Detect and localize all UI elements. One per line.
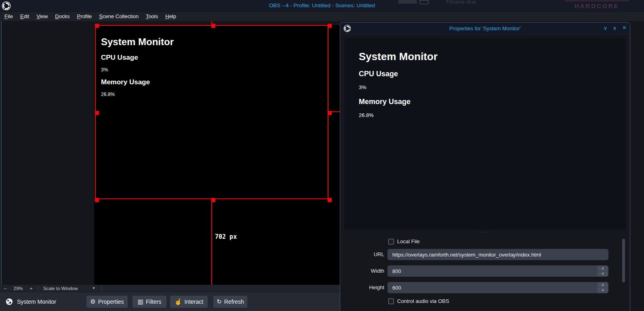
filters-button-label: Filters — [146, 298, 161, 305]
obs-main-window: OBS --4 - Profile: Untitled - Scenes: Un… — [0, 0, 644, 311]
menu-view[interactable]: View — [33, 13, 51, 20]
local-file-label[interactable]: Local File — [397, 238, 420, 244]
refresh-button-label: Refresh — [224, 298, 244, 305]
menu-scene-collection[interactable]: Scene Collection — [95, 13, 142, 20]
menu-tools[interactable]: Tools — [142, 13, 162, 20]
preview-cpu-value: 3% — [359, 84, 366, 90]
spinner-down-icon[interactable]: ∨ — [598, 288, 608, 293]
properties-window-title: Properties for 'System Monitor' — [340, 25, 630, 31]
url-input[interactable] — [387, 249, 608, 260]
zoom-in-button[interactable]: + — [26, 286, 36, 291]
width-input[interactable] — [387, 265, 608, 277]
ghost-folder-icon — [419, 0, 429, 4]
selection-right-guide-line — [328, 111, 340, 112]
source-selection-box[interactable] — [95, 25, 328, 199]
splitter-handle[interactable]: ······ — [340, 230, 630, 236]
zoom-out-button[interactable]: − — [0, 286, 11, 291]
menu-file[interactable]: File — [1, 13, 17, 20]
menu-edit[interactable]: Edit — [17, 13, 33, 20]
properties-window: Properties for 'System Monitor' ∨ ∧ × Sy… — [340, 22, 630, 311]
resize-handle-bottom-right[interactable] — [328, 198, 332, 202]
interact-button[interactable]: ☝ Interact — [170, 296, 208, 308]
preview-memory-value: 26.8% — [359, 112, 374, 118]
menu-docks[interactable]: Docks — [51, 13, 73, 20]
width-spinner: ∧ ∨ — [598, 266, 608, 276]
form-scrollbar[interactable] — [622, 239, 625, 282]
dock-float-chevron-down-icon[interactable]: ∨ — [602, 25, 609, 31]
filters-icon: ▥ — [138, 298, 143, 305]
browser-source-globe-icon — [6, 298, 13, 305]
titlebar: OBS --4 - Profile: Untitled - Scenes: Un… — [0, 0, 644, 12]
zoom-mode-select[interactable]: Scale to Window — [40, 286, 88, 291]
source-toolbar: System Monitor ⚙ Properties ▥ Filters ☝ … — [0, 292, 340, 311]
spinner-up-icon[interactable]: ∧ — [598, 266, 608, 271]
preview-memory-label: Memory Usage — [359, 98, 410, 106]
zoom-level: 29% — [11, 286, 26, 291]
refresh-button[interactable]: ↻ Refresh — [213, 296, 247, 308]
dock-chevron-up-icon[interactable]: ∧ — [611, 25, 618, 31]
close-icon[interactable]: × — [621, 24, 628, 31]
pointer-hand-icon: ☝ — [175, 298, 182, 305]
resize-handle-top-left[interactable] — [95, 24, 99, 28]
source-properties-preview: System Monitor CPU Usage 3% Memory Usage… — [344, 38, 626, 230]
selection-height-guide-line — [211, 199, 212, 285]
ghost-watermark-bar — [565, 0, 629, 2]
ghost-tab-artifact — [398, 0, 417, 4]
preview-cpu-label: CPU Usage — [359, 70, 398, 78]
chevron-down-icon[interactable]: ▼ — [88, 286, 100, 290]
selection-height-dimension: 702 px — [215, 233, 237, 240]
url-label: URL — [340, 251, 384, 257]
window-title: OBS --4 - Profile: Untitled - Scenes: Un… — [0, 2, 644, 8]
resize-handle-bottom-left[interactable] — [95, 198, 99, 202]
selected-source-name: System Monitor — [17, 298, 78, 305]
filters-button[interactable]: ▥ Filters — [133, 296, 166, 308]
spinner-down-icon[interactable]: ∨ — [598, 271, 608, 276]
interact-button-label: Interact — [185, 298, 204, 305]
properties-button[interactable]: ⚙ Properties — [86, 296, 128, 308]
spinner-up-icon[interactable]: ∧ — [598, 282, 608, 288]
height-spinner: ∧ ∨ — [598, 282, 608, 293]
scene-preview-canvas[interactable]: System Monitor CPU Usage 3% Memory Usage… — [94, 25, 340, 285]
divider — [101, 286, 102, 291]
preview-zoom-controls: − 29% + Scale to Window ▼ — [0, 285, 340, 292]
menu-bar: File Edit View Docks Profile Scene Colle… — [0, 12, 644, 21]
properties-button-label: Properties — [98, 298, 124, 305]
height-input[interactable] — [387, 282, 608, 293]
control-audio-label[interactable]: Control audio via OBS — [397, 298, 449, 304]
selection-top-guide-line — [211, 21, 212, 25]
resize-handle-top-right[interactable] — [328, 24, 332, 28]
gear-icon: ⚙ — [90, 298, 95, 305]
refresh-icon: ↻ — [217, 298, 222, 305]
ghost-watermark: HARDCORE — [562, 2, 631, 9]
menu-profile[interactable]: Profile — [73, 13, 95, 20]
control-audio-checkbox[interactable] — [388, 298, 394, 304]
dock-edge-divider — [1, 21, 2, 311]
divider — [38, 286, 38, 291]
preview-title: System Monitor — [359, 50, 438, 63]
height-label: Height — [340, 284, 384, 290]
menu-help[interactable]: Help — [162, 13, 180, 20]
local-file-checkbox[interactable] — [388, 239, 394, 244]
properties-titlebar[interactable]: Properties for 'System Monitor' ∨ ∧ × — [340, 23, 630, 34]
ghost-text: Filmene dine — [446, 0, 476, 5]
resize-handle-middle-left[interactable] — [95, 111, 99, 115]
width-label: Width — [340, 268, 384, 274]
